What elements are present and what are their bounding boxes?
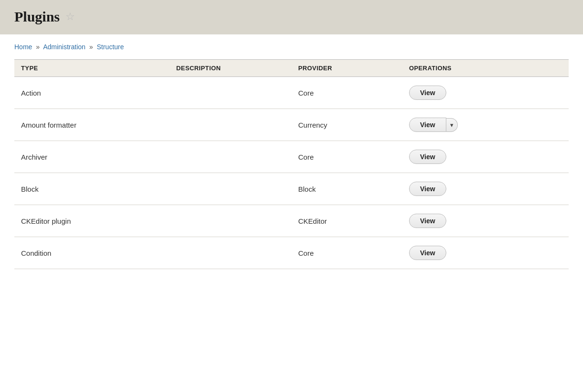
cell-operations: View	[402, 77, 569, 109]
view-button[interactable]: View	[409, 246, 446, 260]
breadcrumb-home[interactable]: Home	[14, 43, 32, 51]
cell-type: Amount formatter	[14, 109, 170, 141]
table-row: ArchiverCoreView	[14, 141, 569, 173]
col-header-provider: PROVIDER	[292, 60, 402, 77]
cell-description	[170, 205, 292, 237]
breadcrumb: Home » Administration » Structure	[14, 43, 569, 51]
table-row: BlockBlockView	[14, 173, 569, 205]
view-button[interactable]: View	[409, 214, 446, 228]
cell-type: Condition	[14, 237, 170, 269]
col-header-description: DESCRIPTION	[170, 60, 292, 77]
cell-description	[170, 237, 292, 269]
content-area: Home » Administration » Structure TYPE D…	[0, 34, 583, 269]
table-row: CKEditor pluginCKEditorView	[14, 205, 569, 237]
cell-description	[170, 109, 292, 141]
col-header-type: TYPE	[14, 60, 170, 77]
favorite-star-icon[interactable]: ☆	[65, 11, 75, 23]
view-dropdown-button[interactable]: ▾	[446, 118, 458, 132]
cell-type: Action	[14, 77, 170, 109]
cell-provider: CKEditor	[292, 205, 402, 237]
page-header: Plugins ☆	[0, 0, 583, 34]
page-title: Plugins	[14, 9, 60, 25]
table-row: ConditionCoreView	[14, 237, 569, 269]
breadcrumb-administration[interactable]: Administration	[43, 43, 86, 51]
cell-operations: View	[402, 237, 569, 269]
cell-operations: View	[402, 205, 569, 237]
cell-description	[170, 173, 292, 205]
view-button-group: View▾	[409, 118, 458, 132]
breadcrumb-sep-1: »	[36, 43, 40, 51]
view-button[interactable]: View	[409, 150, 446, 164]
plugins-table: TYPE DESCRIPTION PROVIDER OPERATIONS Act…	[14, 59, 569, 269]
cell-provider: Block	[292, 173, 402, 205]
table-row: Amount formatterCurrencyView▾	[14, 109, 569, 141]
cell-provider: Core	[292, 237, 402, 269]
table-header-row: TYPE DESCRIPTION PROVIDER OPERATIONS	[14, 60, 569, 77]
view-button[interactable]: View	[409, 182, 446, 196]
view-button[interactable]: View	[409, 118, 446, 132]
breadcrumb-structure[interactable]: Structure	[97, 43, 124, 51]
cell-description	[170, 141, 292, 173]
cell-provider: Core	[292, 141, 402, 173]
cell-operations: View	[402, 173, 569, 205]
cell-description	[170, 77, 292, 109]
cell-provider: Core	[292, 77, 402, 109]
breadcrumb-sep-2: »	[89, 43, 93, 51]
col-header-operations: OPERATIONS	[402, 60, 569, 77]
cell-operations: View	[402, 141, 569, 173]
cell-type: CKEditor plugin	[14, 205, 170, 237]
cell-type: Block	[14, 173, 170, 205]
cell-type: Archiver	[14, 141, 170, 173]
view-button[interactable]: View	[409, 86, 446, 100]
cell-provider: Currency	[292, 109, 402, 141]
cell-operations: View▾	[402, 109, 569, 141]
table-row: ActionCoreView	[14, 77, 569, 109]
